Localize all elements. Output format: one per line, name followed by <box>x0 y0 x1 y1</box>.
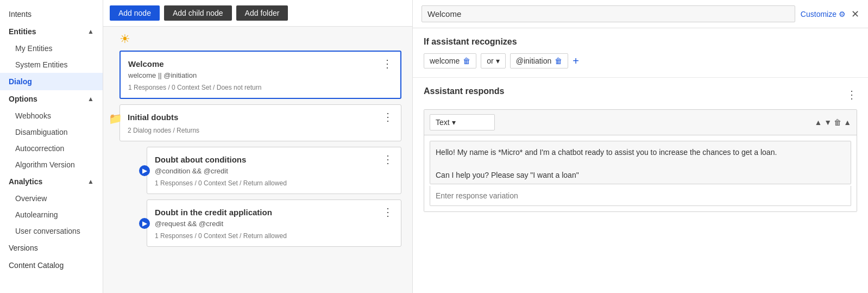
chevron-down-response-icon: ▾ <box>452 118 456 127</box>
add-child-node-button[interactable]: Add child node <box>164 5 232 21</box>
node-more-initial-doubts[interactable]: ⋮ <box>382 111 393 122</box>
condition-value-welcome: welcome <box>430 57 460 65</box>
condition-value-initiation: @initiation <box>516 57 552 65</box>
sidebar-item-system-entities[interactable]: System Entities <box>0 57 103 73</box>
chevron-analytics-icon: ▲ <box>87 178 94 185</box>
response-variation-input[interactable] <box>430 186 851 206</box>
sidebar-item-intents[interactable]: Intents <box>0 5 103 23</box>
customize-button[interactable]: Customize ⚙ <box>801 10 846 18</box>
node-card-doubt-credit[interactable]: Doubt in the credit application ⋮ @reque… <box>147 200 401 247</box>
or-dropdown[interactable]: or ▾ <box>481 53 505 68</box>
node-more-doubt-credit[interactable]: ⋮ <box>382 207 393 217</box>
sidebar-item-versions[interactable]: Versions <box>0 239 103 257</box>
node-wrapper-initial-doubts: Initial doubts ⋮ 2 Dialog nodes / Return… <box>119 104 401 141</box>
node-card-doubt-conditions[interactable]: Doubt about conditions ⋮ @condition && @… <box>147 147 401 194</box>
responds-more-button[interactable]: ⋮ <box>846 88 857 101</box>
sidebar-section-analytics[interactable]: Analytics ▲ <box>0 173 103 190</box>
or-label: or <box>487 57 493 65</box>
dialog-canvas: Add node Add child node Add folder ☀ Wel… <box>103 0 413 293</box>
sidebar-item-user-conversations[interactable]: User conversations <box>0 223 103 239</box>
sidebar-item-content-catalog[interactable]: Content Catalog <box>0 257 103 274</box>
response-actions: ▲ ▼ 🗑 ▲ <box>814 118 851 127</box>
add-folder-button[interactable]: Add folder <box>236 5 288 21</box>
recognizes-row: welcome 🗑 or ▾ @initiation 🗑 + <box>424 53 857 68</box>
delete-welcome-condition[interactable]: 🗑 <box>463 57 470 65</box>
node-title-welcome: Welcome <box>128 59 164 68</box>
node-more-doubt-conditions[interactable]: ⋮ <box>382 154 393 165</box>
canvas-toolbar: Add node Add child node Add folder <box>103 0 412 27</box>
node-meta-doubt-credit: 1 Responses / 0 Context Set / Return all… <box>147 230 401 246</box>
node-title-initial-doubts: Initial doubts <box>128 113 178 122</box>
node-condition-welcome: welcome || @initiation <box>121 71 400 82</box>
condition-tag-initiation: @initiation 🗑 <box>510 53 569 68</box>
responds-section: Assistant responds ⋮ Text ▾ ▲ ▼ 🗑 ▲ <box>413 78 868 221</box>
recognizes-title: If assistant recognizes <box>424 37 857 47</box>
response-text-area[interactable] <box>430 141 851 184</box>
sidebar-item-webhooks[interactable]: Webhooks <box>0 108 103 124</box>
sidebar-section-entities[interactable]: Entities ▲ <box>0 23 103 40</box>
sidebar-item-algorithm-version[interactable]: Algorithm Version <box>0 157 103 173</box>
node-meta-welcome: 1 Responses / 0 Context Set / Does not r… <box>121 82 400 98</box>
node-wrapper-welcome: Welcome ⋮ welcome || @initiation 1 Respo… <box>119 51 401 99</box>
chevron-options-icon: ▲ <box>87 95 94 103</box>
chevron-entities-icon: ▲ <box>87 28 94 35</box>
sidebar-item-autolearning[interactable]: Autolearning <box>0 207 103 223</box>
responds-inner: Text ▾ ▲ ▼ 🗑 ▲ <box>424 109 857 212</box>
node-title-doubt-conditions: Doubt about conditions <box>155 155 246 164</box>
expand-doubt-conditions[interactable]: ▶ <box>139 165 150 176</box>
responds-title: Assistant responds <box>424 86 504 96</box>
sidebar-item-dialog[interactable]: Dialog <box>0 73 103 90</box>
panel-body: If assistant recognizes welcome 🗑 or ▾ @… <box>413 28 868 293</box>
node-card-initial-doubts[interactable]: Initial doubts ⋮ 2 Dialog nodes / Return… <box>119 104 401 141</box>
responds-header: Assistant responds ⋮ <box>424 86 857 103</box>
right-panel: Customize ⚙ ✕ If assistant recognizes we… <box>413 0 868 293</box>
sidebar-section-options[interactable]: Options ▲ <box>0 90 103 108</box>
node-condition-doubt-credit: @request && @credit <box>147 220 401 230</box>
sidebar-item-overview[interactable]: Overview <box>0 190 103 207</box>
move-up-button[interactable]: ▲ <box>814 118 822 127</box>
sidebar-item-autocorrection[interactable]: Autocorrection <box>0 140 103 157</box>
recognizes-section: If assistant recognizes welcome 🗑 or ▾ @… <box>413 28 868 78</box>
folder-icon-initial-doubts: 📁 <box>109 112 122 125</box>
sidebar: Intents Entities ▲ My Entities System En… <box>0 0 103 293</box>
sidebar-item-disambiguation[interactable]: Disambiguation <box>0 124 103 140</box>
gear-icon: ⚙ <box>839 10 846 18</box>
sidebar-item-my-entities[interactable]: My Entities <box>0 40 103 57</box>
panel-header: Customize ⚙ ✕ <box>413 0 868 28</box>
expand-doubt-credit[interactable]: ▶ <box>139 218 150 229</box>
node-meta-initial-doubts: 2 Dialog nodes / Returns <box>120 124 401 141</box>
node-condition-doubt-conditions: @condition && @credit <box>147 167 401 177</box>
chevron-down-icon: ▾ <box>496 57 500 65</box>
response-type-dropdown[interactable]: Text ▾ <box>430 114 495 130</box>
add-condition-button[interactable]: + <box>573 55 579 67</box>
responds-inner-header: Text ▾ ▲ ▼ 🗑 ▲ <box>424 110 857 135</box>
condition-tag-welcome: welcome 🗑 <box>424 53 476 68</box>
main-area: Add node Add child node Add folder ☀ Wel… <box>103 0 868 293</box>
responds-inner-body <box>424 135 857 211</box>
delete-initiation-condition[interactable]: 🗑 <box>555 57 562 65</box>
node-more-welcome[interactable]: ⋮ <box>382 58 393 69</box>
node-wrapper-doubt-credit: Doubt in the credit application ⋮ @reque… <box>147 200 401 247</box>
collapse-button[interactable]: ▲ <box>844 118 851 127</box>
start-icon: ☀ <box>119 32 130 46</box>
node-meta-doubt-conditions: 1 Responses / 0 Context Set / Return all… <box>147 177 401 194</box>
close-button[interactable]: ✕ <box>851 8 859 20</box>
node-card-welcome[interactable]: Welcome ⋮ welcome || @initiation 1 Respo… <box>119 51 401 99</box>
delete-response-button[interactable]: 🗑 <box>834 118 841 127</box>
response-type-label: Text <box>436 118 450 127</box>
node-title-doubt-credit: Doubt in the credit application <box>155 208 272 217</box>
panel-title-input[interactable] <box>422 5 795 22</box>
move-down-button[interactable]: ▼ <box>824 118 832 127</box>
node-wrapper-doubt-conditions: Doubt about conditions ⋮ @condition && @… <box>147 147 401 194</box>
canvas-content: ☀ Welcome ⋮ welcome || @initiation 1 Res… <box>103 27 412 293</box>
add-node-button[interactable]: Add node <box>110 5 160 21</box>
